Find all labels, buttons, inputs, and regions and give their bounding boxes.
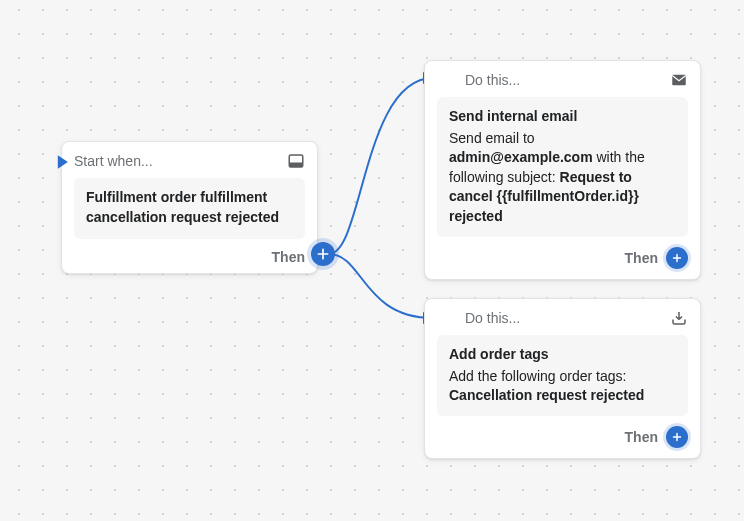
- add-step-button[interactable]: [666, 426, 688, 448]
- action-title: Add order tags: [449, 345, 676, 365]
- workflow-canvas: Start when... Fulfillment order fulfillm…: [0, 0, 744, 521]
- then-label: Then: [272, 249, 305, 265]
- action-header: Do this...: [437, 71, 688, 89]
- svg-rect-2: [672, 75, 686, 86]
- action-body: Add order tags Add the following order t…: [437, 335, 688, 416]
- action-footer: Then: [437, 426, 688, 448]
- trigger-footer: Then: [74, 249, 305, 265]
- trigger-body: Fulfillment order fulfillment cancellati…: [74, 178, 305, 239]
- action-description: Send email to admin@example.com with the…: [449, 129, 676, 227]
- trigger-card[interactable]: Start when... Fulfillment order fulfillm…: [61, 141, 318, 274]
- trigger-header-label: Start when...: [74, 153, 153, 169]
- add-step-button[interactable]: [666, 247, 688, 269]
- action-header: Do this...: [437, 309, 688, 327]
- action-description: Add the following order tags: Cancellati…: [449, 367, 676, 406]
- trigger-start-icon: [52, 152, 72, 172]
- action-footer: Then: [437, 247, 688, 269]
- import-icon: [670, 309, 688, 327]
- then-label: Then: [625, 429, 658, 445]
- trigger-title: Fulfillment order fulfillment cancellati…: [86, 188, 293, 227]
- then-label: Then: [625, 250, 658, 266]
- email-address: admin@example.com: [449, 149, 593, 165]
- action-title: Send internal email: [449, 107, 676, 127]
- order-tags: Cancellation request rejected: [449, 387, 644, 403]
- action-header-label: Do this...: [465, 310, 520, 326]
- email-icon: [670, 71, 688, 89]
- action-card-send-email[interactable]: Do this... Send internal email Send emai…: [424, 60, 701, 280]
- add-branch-button[interactable]: [311, 242, 335, 266]
- trigger-header: Start when...: [74, 152, 305, 170]
- action-header-label: Do this...: [465, 72, 520, 88]
- action-body: Send internal email Send email to admin@…: [437, 97, 688, 237]
- action-card-add-tags[interactable]: Do this... Add order tags Add the follow…: [424, 298, 701, 459]
- browser-event-icon: [287, 152, 305, 170]
- svg-rect-1: [289, 163, 303, 168]
